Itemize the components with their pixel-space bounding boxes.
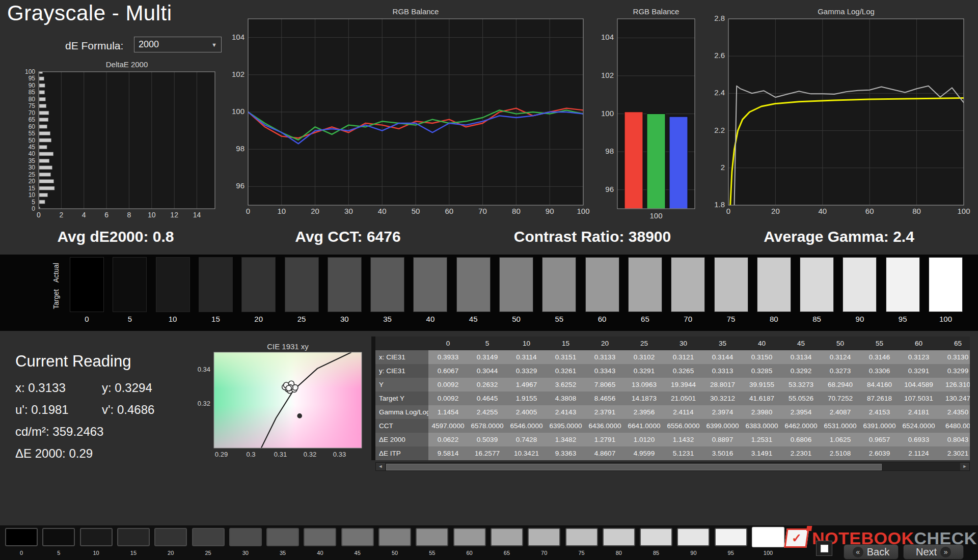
cell: 28.8017 [703, 378, 742, 391]
svg-text:2.6: 2.6 [714, 51, 725, 60]
current-reading-title: Current Reading [15, 352, 188, 371]
cell: 6531.0000 [821, 419, 860, 433]
footer-patch-100[interactable] [752, 527, 784, 547]
footer-patch-55[interactable] [416, 528, 448, 546]
ramp-patch-30 [328, 257, 362, 312]
square-icon-button[interactable] [816, 541, 832, 556]
scroll-right-icon[interactable]: ► [960, 463, 969, 470]
footer-patch-40[interactable] [304, 528, 336, 546]
table-row: CCT4597.00006578.00006546.00006395.00006… [375, 419, 970, 433]
cell: 0.4645 [468, 391, 507, 405]
footer-patch-label: 50 [378, 550, 411, 556]
ramp-patch-label: 75 [714, 315, 748, 323]
footer-patch-90[interactable] [677, 528, 710, 546]
svg-text:4: 4 [82, 211, 86, 219]
cell: 68.2940 [821, 378, 860, 391]
cell: 6578.0000 [468, 419, 507, 433]
ramp-patch-label: 95 [886, 315, 920, 323]
cell: 2.4181 [899, 405, 938, 419]
cell: 15 [546, 337, 585, 350]
footer-patch-20[interactable] [154, 528, 187, 546]
footer-patch-label: 40 [304, 550, 336, 556]
cell: 2.4153 [860, 405, 899, 419]
table-row: ΔE 20000.06220.50390.74281.34821.27911.0… [375, 433, 970, 446]
footer-patch-50[interactable] [378, 528, 411, 546]
svg-text:80: 80 [912, 207, 921, 215]
ramp-patch-label: 5 [113, 315, 147, 323]
cell: 39.9155 [742, 378, 781, 391]
svg-text:90: 90 [29, 82, 36, 89]
cell: 87.2618 [860, 391, 899, 405]
rgb-balance-bar-chart: RGB Balance1009698100102104 [594, 4, 700, 229]
cell: 104.4589 [899, 378, 938, 391]
cell: 126.310 [938, 378, 970, 391]
svg-text:0.33: 0.33 [333, 451, 346, 458]
footer-patch-30[interactable] [229, 528, 262, 546]
footer-patch-45[interactable] [341, 528, 374, 546]
cell: 6436.0000 [585, 419, 624, 433]
svg-text:10: 10 [277, 207, 286, 215]
footer-patch-label: 70 [528, 550, 560, 556]
footer-patch-label: 100 [752, 550, 784, 556]
reading-luminance: cd/m²: 359.2463 [15, 425, 188, 439]
ramp-patch-5 [113, 257, 147, 312]
footer-patch-85[interactable] [640, 528, 672, 546]
ramp-patch-65 [628, 257, 662, 312]
scroll-left-icon[interactable]: ◄ [376, 463, 385, 470]
footer-patch-15[interactable] [117, 528, 150, 546]
footer-patch-10[interactable] [80, 528, 113, 546]
cell: 2.3021 [938, 446, 970, 460]
svg-text:RGB Balance: RGB Balance [633, 7, 680, 16]
footer-patch-5[interactable] [42, 528, 75, 546]
next-arrows-icon: » [940, 547, 951, 557]
scrollbar-track[interactable] [385, 463, 960, 470]
cell: 2.3791 [585, 405, 624, 419]
svg-text:50: 50 [29, 137, 36, 144]
ramp-target-label: Target [52, 286, 61, 313]
cell: 2.3980 [742, 405, 781, 419]
cell: 21.0501 [664, 391, 703, 405]
cell: 0.9657 [860, 433, 899, 446]
logo-check-glyph: ✓ [792, 531, 802, 545]
deltae-2000-chart: DeltaE 200002468101214051015202530354045… [15, 57, 225, 225]
svg-text:100: 100 [957, 207, 970, 215]
cell: 3.5016 [703, 446, 742, 460]
next-button[interactable]: Next » [903, 544, 964, 559]
cell: 0.3044 [468, 364, 507, 378]
cell: 1.3482 [546, 433, 585, 446]
footer-patch-label: 15 [117, 550, 150, 556]
footer-patch-35[interactable] [266, 528, 299, 546]
ramp-patch-100 [929, 257, 963, 312]
de-formula-select[interactable]: 2000 ▼ [134, 37, 222, 52]
footer-bar: 0510152025303540455055606570758085909510… [0, 525, 978, 560]
footer-patch-60[interactable] [453, 528, 486, 546]
footer-patch-label: 45 [341, 550, 374, 556]
footer-patch-0[interactable] [5, 528, 38, 546]
svg-text:2.4: 2.4 [714, 88, 725, 97]
svg-text:10: 10 [148, 211, 156, 219]
back-button[interactable]: « Back [844, 544, 899, 559]
reading-x: x: 0.3133 [15, 381, 102, 395]
svg-text:100: 100 [577, 207, 589, 215]
cell: 0.6067 [428, 364, 468, 378]
cell: 2.4005 [507, 405, 546, 419]
scrollbar-thumb[interactable] [386, 464, 882, 470]
svg-text:Gamma Log/Log: Gamma Log/Log [818, 7, 875, 16]
reading-delta-e: ΔE 2000: 0.29 [15, 446, 188, 461]
svg-text:75: 75 [29, 102, 36, 109]
contrast-ratio-stat: Contrast Ratio: 38900 [514, 228, 671, 245]
footer-patch-80[interactable] [603, 528, 635, 546]
footer-patch-75[interactable] [565, 528, 598, 546]
cell: 0 [428, 337, 468, 350]
footer-patch-95[interactable] [715, 528, 747, 546]
footer-patch-25[interactable] [192, 528, 225, 546]
svg-text:0.31: 0.31 [274, 451, 287, 458]
cell: 0.3291 [899, 364, 938, 378]
footer-patch-70[interactable] [528, 528, 560, 546]
table-scrollbar[interactable]: ◄ ► [375, 462, 970, 471]
footer-patch-65[interactable] [491, 528, 523, 546]
chevron-down-icon: ▼ [211, 42, 217, 48]
svg-text:0.29: 0.29 [215, 451, 228, 458]
ramp-patch-label: 45 [456, 315, 491, 323]
grayscale-ramp-band: Actual Target 05101520253035404550556065… [0, 255, 978, 331]
